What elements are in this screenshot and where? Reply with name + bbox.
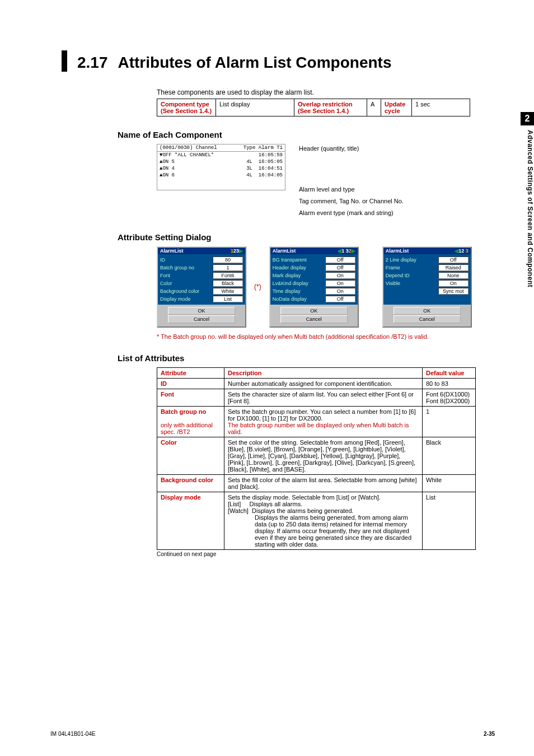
meta-v1: List display <box>216 99 294 116</box>
p2r2l: Mark display <box>273 273 325 278</box>
p2-ok[interactable]: OK <box>280 307 348 315</box>
heading-name: Name of Each Component <box>118 130 495 139</box>
p2-pgs: 1 3 <box>341 248 349 254</box>
meta-h2b: (See Section 1.4.) <box>298 108 349 114</box>
side-tab: 2 Advanced Settings of Screen and Compon… <box>512 112 534 309</box>
d-r3r: 4L 16:04:05 <box>246 172 283 178</box>
p2r3l: Lv&Kind display <box>273 281 325 286</box>
p3-pg: 3 <box>466 248 469 254</box>
p3r3v[interactable]: On <box>438 280 469 287</box>
p2r4v[interactable]: On <box>325 288 355 295</box>
meta-h1: Component type <box>161 101 209 108</box>
d-r1l: ▲ON 5 <box>160 159 246 165</box>
p3-pgs: 12 <box>458 248 466 254</box>
continued-text: Continued on next page <box>157 551 495 557</box>
p3r4v[interactable]: Sync mot <box>438 288 469 295</box>
p2r1l: Header display <box>273 265 325 270</box>
th-def: Default value <box>423 367 476 378</box>
callout-2: Tag comment, Tag No. or Channel No. <box>299 195 404 207</box>
callout-1: Alarm level and type <box>299 184 404 195</box>
p1r5v[interactable]: List <box>213 296 243 302</box>
meta-h1b: (See Section 1.4.) <box>161 108 212 114</box>
th-desc: Description <box>224 367 423 378</box>
title-bar <box>62 50 67 72</box>
table-row: Batch group noonly with additional spec.… <box>157 406 476 437</box>
d-r1r: 4L 16:05:05 <box>246 159 283 165</box>
d-r3l: ▲ON 6 <box>160 172 246 178</box>
p2r3v[interactable]: On <box>325 280 355 287</box>
p1-ok[interactable]: OK <box>168 307 235 315</box>
footer-doc-id: IM 04L41B01-04E <box>50 731 96 737</box>
p1r0v[interactable]: 80 <box>213 256 243 263</box>
p1r3v[interactable]: Black <box>213 280 243 287</box>
d-r0l: ▼OFF *ALL CHANNEL* <box>160 152 240 158</box>
page: 2.17 Attributes of Alarm List Components… <box>0 0 534 580</box>
p1r2v[interactable]: Font6 <box>213 272 243 279</box>
page-footer: IM 04L41B01-04E 2-35 <box>50 731 495 737</box>
p1-title: AlarmList <box>160 248 184 254</box>
star-marker: (*) <box>254 283 261 291</box>
side-chapter-title: Advanced Settings of Screen and Componen… <box>526 130 534 309</box>
meta-h2: Overlap restriction <box>298 101 353 108</box>
callout-3: Alarm event type (mark and string) <box>299 207 404 219</box>
p3r2v[interactable]: None <box>438 272 469 279</box>
p2r0v[interactable]: Off <box>325 256 355 263</box>
p2r5v[interactable]: Off <box>325 296 355 302</box>
d-hdr-r: Type Alarm Ti <box>243 145 283 151</box>
table-header-row: Attribute Description Default value <box>157 367 476 378</box>
meta-v2: A <box>367 99 381 116</box>
side-chapter-number: 2 <box>521 112 534 125</box>
p2r2v[interactable]: On <box>325 272 355 279</box>
meta-h3: Update cycle <box>381 99 412 116</box>
d-r2r: 3L 16:04:51 <box>246 166 283 171</box>
p3-ok[interactable]: OK <box>394 307 461 315</box>
d-hdr-l: (0001/0030) Channel <box>160 145 217 151</box>
heading-attr: Attribute Setting Dialog <box>118 232 495 242</box>
table-row: IDNumber automatically assigned for comp… <box>157 378 476 389</box>
footer-page-number: 2-35 <box>484 731 495 737</box>
p1r5l: Display mode <box>160 296 213 302</box>
star-note: * The Batch group no. will be displayed … <box>157 333 495 340</box>
section-title: Attributes of Alarm List Components <box>118 54 392 72</box>
section-number: 2.17 <box>77 54 108 72</box>
attributes-table: Attribute Description Default value IDNu… <box>157 367 476 550</box>
p1r4l: Background color <box>160 288 213 294</box>
meta-v3: 1 sec <box>412 99 470 116</box>
p2r0l: BG transparent <box>273 257 325 263</box>
p2r4l: Time display <box>273 288 325 294</box>
callouts: Header (quantity, title) Alarm level and… <box>291 143 404 219</box>
d-r2l: ▲ON 4 <box>160 166 246 171</box>
p2r1v[interactable]: Off <box>325 264 355 271</box>
p1r2l: Font <box>160 273 213 278</box>
panels-row: AlarmList123▶ ID80 Batch group no1 FontF… <box>157 246 495 328</box>
table-row: FontSets the character size of alarm lis… <box>157 389 476 406</box>
callout-0: Header (quantity, title) <box>299 143 404 155</box>
p3r1v[interactable]: Raised <box>438 264 469 271</box>
panel-2: AlarmList◀1 32▶ BG transparentOff Header… <box>269 246 359 328</box>
section-title-row: 2.17 Attributes of Alarm List Components <box>62 50 495 72</box>
p3-title: AlarmList <box>386 248 409 254</box>
panel-1: AlarmList123▶ ID80 Batch group no1 FontF… <box>157 246 246 328</box>
p1r1v[interactable]: 1 <box>213 264 243 271</box>
p1r3l: Color <box>160 281 213 286</box>
p3r0v[interactable]: Off <box>438 256 469 263</box>
table-row: Display modeSets the display mode. Selec… <box>157 492 476 549</box>
th-attr: Attribute <box>157 367 224 378</box>
p3r3l: Visible <box>386 281 438 286</box>
p2-cancel[interactable]: Cancel <box>280 315 348 323</box>
p1-cancel[interactable]: Cancel <box>168 315 235 323</box>
p3r1l: Frame <box>386 265 438 270</box>
meta-table: Component type(See Section 1.4.) List di… <box>157 99 470 116</box>
p3r0l: 2 Line display <box>386 257 438 263</box>
d-r0r: 16:05:59 <box>240 152 283 158</box>
p2-title: AlarmList <box>273 248 296 254</box>
p1r0l: ID <box>160 257 213 263</box>
p3-cancel[interactable]: Cancel <box>394 315 461 323</box>
panel-3: AlarmList◀12 3 2 Line displayOff FrameRa… <box>382 246 472 328</box>
p1-pgs: 23 <box>233 248 239 254</box>
p1r4v[interactable]: White <box>213 288 243 295</box>
p1r1l: Batch group no <box>160 265 213 270</box>
table-row: ColorSet the color of the string. Select… <box>157 437 476 474</box>
component-diagram: (0001/0030) ChannelType Alarm Ti ▼OFF *A… <box>157 144 495 219</box>
p2r5l: NoData display <box>273 296 325 302</box>
